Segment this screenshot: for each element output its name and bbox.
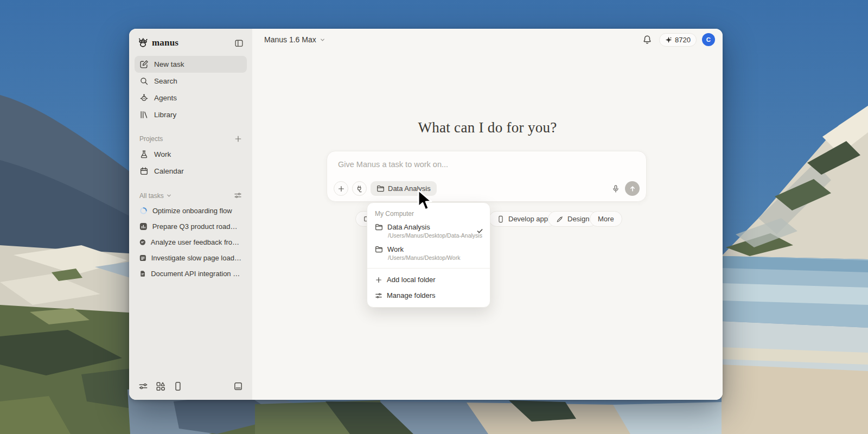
model-name: Manus 1.6 Max bbox=[264, 35, 316, 44]
topbar-right: 8720 C bbox=[641, 33, 715, 47]
task-document-icon bbox=[139, 270, 146, 278]
main-area: Manus 1.6 Max 8720 C bbox=[252, 29, 723, 400]
task-label: Document API integration guidelin... bbox=[151, 270, 242, 278]
logo-text: manus bbox=[152, 37, 178, 48]
folder-name: Data Analysis bbox=[387, 223, 430, 231]
microphone-icon[interactable] bbox=[610, 183, 621, 194]
add-local-folder-item[interactable]: Add local folder bbox=[367, 272, 490, 288]
send-button[interactable] bbox=[625, 181, 640, 196]
sidebar-item-label: Search bbox=[154, 77, 177, 85]
sidebar-item-library[interactable]: Library bbox=[135, 106, 247, 123]
laptop-icon[interactable] bbox=[232, 380, 244, 392]
new-task-icon bbox=[139, 60, 149, 69]
task-label: Prepare Q3 product roadmap bbox=[152, 222, 242, 231]
sidebar-item-agents[interactable]: Agents bbox=[135, 90, 247, 106]
pen-sparkle-icon bbox=[556, 215, 564, 223]
dropdown-section-title: My Computer bbox=[367, 206, 490, 220]
chevron-down-icon[interactable] bbox=[166, 193, 172, 199]
folder-icon bbox=[376, 184, 385, 193]
chevron-down-icon bbox=[320, 37, 326, 43]
chip-label: Design bbox=[567, 215, 589, 223]
library-icon bbox=[139, 110, 149, 119]
task-report-icon bbox=[139, 254, 146, 262]
avatar-initial: C bbox=[706, 36, 711, 43]
app-window: manus New task Search bbox=[129, 29, 723, 400]
sparkle-icon bbox=[665, 36, 672, 43]
attach-plus-button[interactable] bbox=[334, 181, 348, 196]
composer-toolbar: Data Analysis bbox=[334, 181, 640, 196]
avatar[interactable]: C bbox=[702, 33, 715, 46]
folder-path: /Users/Manus/Desktop/Data-Analysis bbox=[388, 232, 482, 239]
task-item[interactable]: Investigate slow page load reports bbox=[135, 250, 247, 266]
task-spinner-icon bbox=[139, 207, 148, 215]
plus-icon bbox=[375, 276, 382, 284]
arrow-up-icon bbox=[629, 185, 636, 193]
all-tasks-section-header: All tasks bbox=[135, 192, 247, 203]
sidebar-item-label: Agents bbox=[154, 94, 177, 102]
folder-icon bbox=[375, 245, 383, 253]
projects-section-header: Projects bbox=[135, 135, 247, 146]
folder-chip-label: Data Analysis bbox=[388, 184, 431, 193]
manage-folders-item[interactable]: Manage folders bbox=[367, 288, 490, 303]
manage-sliders-icon bbox=[375, 292, 382, 299]
task-label: Optimize onboarding flow bbox=[152, 207, 232, 215]
suggestion-chip-develop-app[interactable]: Develop app bbox=[489, 211, 556, 227]
dropdown-folder-data-analysis[interactable]: Data Analysis /Users/Manus/Desktop/Data-… bbox=[367, 220, 490, 242]
project-item-label: Calendar bbox=[154, 167, 184, 175]
sidebar-item-label: New task bbox=[154, 60, 184, 68]
folder-name: Work bbox=[387, 245, 404, 253]
task-item[interactable]: Optimize onboarding flow bbox=[135, 203, 247, 219]
page-title: What can I do for you? bbox=[252, 119, 723, 136]
folder-icon bbox=[375, 223, 383, 231]
connectors-button[interactable] bbox=[352, 181, 367, 196]
sidebar-item-new-task[interactable]: New task bbox=[135, 56, 247, 73]
task-label: Investigate slow page load reports bbox=[151, 254, 242, 262]
chip-label: More bbox=[598, 215, 614, 223]
project-item-work[interactable]: Work bbox=[135, 146, 247, 163]
flask-icon bbox=[139, 150, 149, 159]
task-input[interactable] bbox=[334, 157, 640, 172]
filter-tasks-icon[interactable] bbox=[234, 192, 242, 200]
agents-icon bbox=[139, 93, 149, 103]
task-item[interactable]: Prepare Q3 product roadmap bbox=[135, 219, 247, 234]
project-item-calendar[interactable]: Calendar bbox=[135, 163, 247, 180]
task-feedback-icon bbox=[139, 238, 146, 246]
mobile-phone-icon[interactable] bbox=[172, 380, 184, 392]
apps-grid-icon[interactable] bbox=[155, 380, 167, 392]
collapse-sidebar-icon[interactable] bbox=[234, 39, 244, 48]
model-selector[interactable]: Manus 1.6 Max bbox=[264, 35, 326, 44]
sidebar-item-search[interactable]: Search bbox=[135, 73, 247, 90]
phone-icon bbox=[497, 215, 505, 223]
add-project-icon[interactable] bbox=[234, 135, 242, 143]
connector-icon bbox=[356, 185, 363, 193]
sidebar-item-label: Library bbox=[154, 111, 176, 119]
calendar-icon bbox=[139, 167, 149, 176]
folder-path: /Users/Manus/Desktop/Work bbox=[388, 254, 482, 261]
task-chart-icon bbox=[139, 222, 148, 231]
check-icon bbox=[476, 227, 483, 237]
dropdown-divider bbox=[367, 268, 490, 269]
credits-count: 8720 bbox=[675, 36, 691, 44]
dropdown-folder-work[interactable]: Work /Users/Manus/Desktop/Work bbox=[367, 242, 490, 265]
suggestion-chip-more[interactable]: More bbox=[590, 211, 622, 227]
settings-sliders-icon[interactable] bbox=[137, 380, 149, 392]
task-item[interactable]: Analyze user feedback from beta test bbox=[135, 234, 247, 250]
folder-dropdown-menu: My Computer Data Analysis /Users/Manus/D… bbox=[367, 202, 490, 308]
project-item-label: Work bbox=[154, 150, 171, 158]
action-label: Add local folder bbox=[387, 276, 436, 284]
search-icon bbox=[139, 76, 149, 86]
folder-context-chip[interactable]: Data Analysis bbox=[371, 181, 437, 196]
notifications-bell-icon[interactable] bbox=[641, 33, 654, 46]
sidebar-header: manus bbox=[135, 35, 247, 56]
credits-badge[interactable]: 8720 bbox=[659, 33, 697, 47]
paw-logo-icon bbox=[138, 38, 148, 48]
task-item[interactable]: Document API integration guidelin... bbox=[135, 266, 247, 282]
sidebar: manus New task Search bbox=[129, 29, 252, 400]
topbar: Manus 1.6 Max 8720 C bbox=[252, 29, 723, 50]
chip-label: Develop app bbox=[508, 215, 548, 223]
task-composer: Data Analysis bbox=[327, 151, 647, 202]
all-tasks-title[interactable]: All tasks bbox=[139, 192, 164, 200]
projects-title: Projects bbox=[139, 135, 163, 143]
plus-icon bbox=[337, 185, 345, 193]
action-label: Manage folders bbox=[387, 291, 436, 299]
